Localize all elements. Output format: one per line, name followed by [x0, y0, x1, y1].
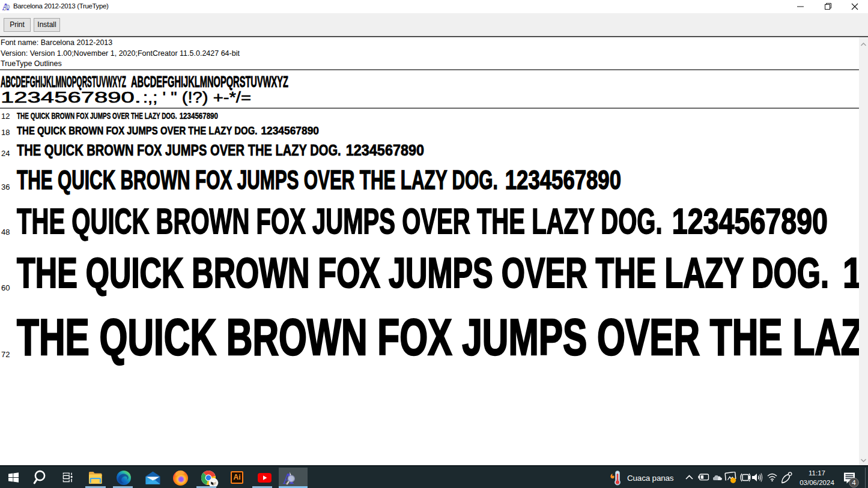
svg-text:THE QUICK BROWN FOX JUMPS OVER: THE QUICK BROWN FOX JUMPS OVER THE LAZY … [17, 165, 498, 194]
svg-text:THE QUICK BROWN FOX JUMPS OVER: THE QUICK BROWN FOX JUMPS OVER THE LAZY … [17, 249, 829, 297]
svg-text:1234567890.: 1234567890. [1, 89, 141, 106]
svg-text:60: 60 [1, 283, 10, 292]
svg-text:1234567890: 1234567890 [346, 142, 424, 158]
svg-text::,; ' " (!?) +-*/=: :,; ' " (!?) +-*/= [143, 89, 251, 106]
svg-text:ABCDEFGHIJKLMNOPQRSTUVWXYZ: ABCDEFGHIJKLMNOPQRSTUVWXYZ [1, 73, 126, 90]
svg-text:THE QUICK BROWN FOX JUMPS OVER: THE QUICK BROWN FOX JUMPS OVER THE LAZY … [17, 111, 177, 121]
svg-text:24: 24 [1, 149, 10, 158]
svg-text:Version: Version 1.00;November: Version: Version 1.00;November 1, 2020;F… [1, 49, 240, 58]
svg-text:THE QUICK BROWN FOX JUMPS OVER: THE QUICK BROWN FOX JUMPS OVER THE LAZY … [17, 201, 663, 241]
svg-text:Font name: Barcelona 2012-2013: Font name: Barcelona 2012-2013 [1, 38, 112, 47]
svg-text:48: 48 [1, 227, 10, 236]
svg-text:18: 18 [1, 128, 10, 137]
svg-text:1234567890: 1234567890 [672, 201, 828, 241]
svg-text:TrueType Outlines: TrueType Outlines [1, 59, 62, 68]
svg-text:12: 12 [1, 112, 10, 121]
svg-text:4: 4 [852, 479, 856, 486]
svg-text:1234567890: 1234567890 [180, 111, 219, 121]
svg-text:1234567890: 1234567890 [261, 124, 319, 137]
svg-text:36: 36 [1, 182, 10, 191]
svg-text:1234567890: 1234567890 [505, 165, 621, 194]
svg-text:THE QUICK BROWN FOX JUMPS OVER: THE QUICK BROWN FOX JUMPS OVER THE LAZY … [17, 124, 257, 137]
svg-text:THE QUICK BROWN FOX JUMPS OVER: THE QUICK BROWN FOX JUMPS OVER THE LAZY … [17, 308, 859, 366]
svg-text:72: 72 [1, 350, 10, 359]
svg-text:1234567890: 1234567890 [843, 249, 859, 297]
svg-text:THE QUICK BROWN FOX JUMPS OVER: THE QUICK BROWN FOX JUMPS OVER THE LAZY … [17, 142, 341, 158]
svg-text:ABCDEFGHIJKLMNOPQRSTUVWXYZ: ABCDEFGHIJKLMNOPQRSTUVWXYZ [131, 73, 288, 90]
